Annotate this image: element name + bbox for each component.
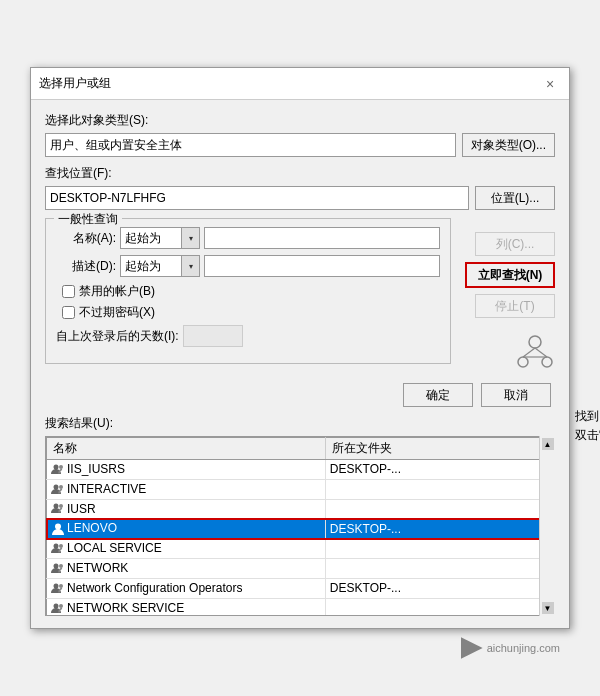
scrollbar[interactable]: ▲ ▼: [539, 436, 555, 616]
network-icon: [515, 332, 555, 372]
object-type-input[interactable]: [45, 133, 456, 157]
svg-point-14: [59, 544, 63, 548]
annotation-line1: 找到自己的计算机名称: [575, 409, 600, 423]
group-icon: [51, 602, 65, 616]
watermark: aichunjing.com: [461, 637, 560, 659]
svg-line-4: [535, 348, 547, 357]
table-cell-folder[interactable]: [325, 559, 553, 579]
group-icon: [51, 502, 65, 516]
table-row[interactable]: NETWORK: [47, 559, 554, 579]
svg-point-17: [54, 583, 59, 588]
svg-point-19: [54, 603, 59, 608]
watermark-icon: [461, 637, 483, 659]
table-cell-name[interactable]: IUSR: [47, 499, 326, 519]
annotation-line2: 双击它: [575, 428, 600, 442]
column-button: 列(C)...: [475, 232, 555, 256]
group-icon: [51, 463, 65, 477]
name-combo-arrow[interactable]: ▾: [181, 228, 199, 248]
svg-point-2: [542, 357, 552, 367]
results-table: 名称 所在文件夹 IIS_IUSRSDESKTOP-...INTERACTIVE…: [46, 437, 554, 616]
desc-input[interactable]: [204, 255, 440, 277]
name-combo-text: 起始为: [121, 230, 181, 247]
col-folder-header: 所在文件夹: [325, 438, 553, 460]
select-user-dialog: 选择用户或组 × 选择此对象类型(S): 对象类型(O)... 查找位置(F):…: [30, 67, 570, 629]
table-row[interactable]: INTERACTIVE: [47, 479, 554, 499]
group-icon: [51, 542, 65, 556]
table-row[interactable]: LENOVODESKTOP-...: [47, 519, 554, 539]
title-bar: 选择用户或组 ×: [31, 68, 569, 100]
svg-point-16: [59, 564, 63, 568]
table-cell-name[interactable]: NETWORK: [47, 559, 326, 579]
group-icon: [51, 582, 65, 596]
general-query-title: 一般性查询: [54, 211, 122, 228]
name-label: 名称(A):: [56, 230, 116, 247]
svg-point-6: [54, 464, 59, 469]
search-now-button[interactable]: 立即查找(N): [465, 262, 555, 288]
table-row[interactable]: IIS_IUSRSDESKTOP-...: [47, 460, 554, 480]
desc-combo[interactable]: 起始为 ▾: [120, 255, 200, 277]
dialog-title: 选择用户或组: [39, 75, 111, 92]
user-icon: [51, 522, 65, 536]
svg-point-12: [55, 524, 61, 530]
svg-point-0: [529, 336, 541, 348]
table-cell-name[interactable]: INTERACTIVE: [47, 479, 326, 499]
svg-point-13: [54, 544, 59, 549]
table-cell-name[interactable]: Network Configuration Operators: [47, 578, 326, 598]
results-label: 搜索结果(U):: [45, 415, 555, 432]
object-type-label: 选择此对象类型(S):: [45, 112, 555, 129]
table-cell-name[interactable]: LOCAL SERVICE: [47, 539, 326, 559]
svg-point-18: [59, 584, 63, 588]
watermark-text: aichunjing.com: [487, 642, 560, 654]
table-cell-folder[interactable]: [325, 479, 553, 499]
table-cell-name[interactable]: IIS_IUSRS: [47, 460, 326, 480]
annotation: 找到自己的计算机名称 双击它: [575, 407, 600, 445]
table-cell-folder[interactable]: DESKTOP-...: [325, 519, 553, 539]
location-label: 查找位置(F):: [45, 165, 555, 182]
group-icon: [51, 483, 65, 497]
ok-button[interactable]: 确定: [403, 383, 473, 407]
table-row[interactable]: LOCAL SERVICE: [47, 539, 554, 559]
desc-combo-text: 起始为: [121, 258, 181, 275]
svg-point-10: [54, 504, 59, 509]
cancel-button[interactable]: 取消: [481, 383, 551, 407]
days-input[interactable]: [183, 325, 243, 347]
svg-point-11: [59, 504, 63, 508]
no-expire-label: 不过期密码(X): [79, 304, 155, 321]
scroll-down[interactable]: ▼: [542, 602, 554, 614]
svg-point-1: [518, 357, 528, 367]
svg-point-8: [54, 484, 59, 489]
svg-point-20: [59, 604, 63, 608]
table-cell-folder[interactable]: [325, 499, 553, 519]
location-input[interactable]: [45, 186, 469, 210]
days-label: 自上次登录后的天数(I):: [56, 328, 179, 345]
table-cell-name[interactable]: LENOVO: [47, 519, 326, 539]
svg-point-9: [59, 485, 63, 489]
svg-line-3: [523, 348, 535, 357]
desc-label: 描述(D):: [56, 258, 116, 275]
svg-point-7: [59, 465, 63, 469]
table-row[interactable]: NETWORK SERVICE: [47, 598, 554, 616]
name-combo[interactable]: 起始为 ▾: [120, 227, 200, 249]
close-button[interactable]: ×: [539, 73, 561, 95]
disabled-accounts-label: 禁用的帐户(B): [79, 283, 155, 300]
col-name-header: 名称: [47, 438, 326, 460]
table-cell-name[interactable]: NETWORK SERVICE: [47, 598, 326, 616]
table-cell-folder[interactable]: DESKTOP-...: [325, 578, 553, 598]
general-query-group: 一般性查询 名称(A): 起始为 ▾ 描述(D):: [45, 218, 451, 364]
no-expire-checkbox[interactable]: [62, 306, 75, 319]
scroll-up[interactable]: ▲: [542, 438, 554, 450]
stop-button: 停止(T): [475, 294, 555, 318]
results-container[interactable]: 名称 所在文件夹 IIS_IUSRSDESKTOP-...INTERACTIVE…: [45, 436, 555, 616]
location-button[interactable]: 位置(L)...: [475, 186, 555, 210]
table-row[interactable]: IUSR: [47, 499, 554, 519]
object-type-button[interactable]: 对象类型(O)...: [462, 133, 555, 157]
table-cell-folder[interactable]: DESKTOP-...: [325, 460, 553, 480]
group-icon: [51, 562, 65, 576]
name-input[interactable]: [204, 227, 440, 249]
disabled-accounts-checkbox[interactable]: [62, 285, 75, 298]
table-cell-folder[interactable]: [325, 539, 553, 559]
svg-point-15: [54, 563, 59, 568]
desc-combo-arrow[interactable]: ▾: [181, 256, 199, 276]
table-row[interactable]: Network Configuration OperatorsDESKTOP-.…: [47, 578, 554, 598]
table-cell-folder[interactable]: [325, 598, 553, 616]
